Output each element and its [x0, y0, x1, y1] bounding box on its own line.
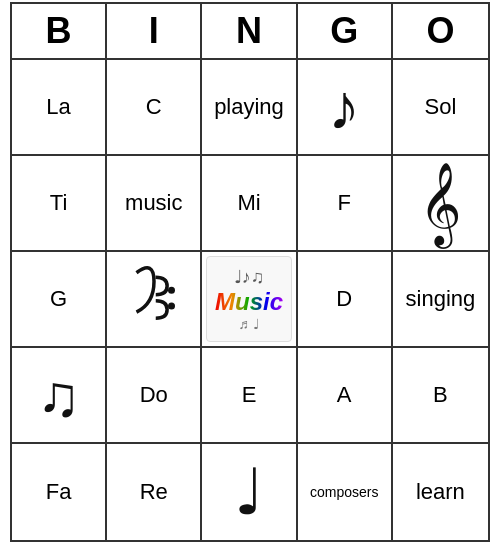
cell-text: composers [310, 484, 378, 500]
cell-1-1: music [107, 156, 202, 252]
cell-3-4: B [393, 348, 488, 444]
cell-text: Mi [237, 190, 260, 216]
cell-0-1: C [107, 60, 202, 156]
cell-text: Ti [50, 190, 68, 216]
music-text: Music [215, 288, 283, 316]
cell-1-2: Mi [202, 156, 297, 252]
cell-text: music [125, 190, 182, 216]
cell-3-0: ♫ [12, 348, 107, 444]
cell-text: B [433, 382, 448, 408]
cell-1-0: Ti [12, 156, 107, 252]
cell-4-3: composers [298, 444, 393, 540]
header-letter: I [107, 4, 202, 58]
cell-4-0: Fa [12, 444, 107, 540]
cell-text: Do [140, 382, 168, 408]
header-letter: N [202, 4, 297, 58]
cell-text: Re [140, 479, 168, 505]
beamed-notes-icon: ♫ [37, 362, 81, 429]
cell-0-3: ♪ [298, 60, 393, 156]
cell-text: singing [406, 286, 476, 312]
cell-2-1 [107, 252, 202, 348]
bingo-card: BINGO LaCplaying♪SolTimusicMiF𝄞G♩♪♫Music… [10, 2, 490, 542]
bingo-grid: LaCplaying♪SolTimusicMiF𝄞G♩♪♫Music♬ ♩Dsi… [12, 60, 488, 540]
cell-text: Fa [46, 479, 72, 505]
cell-4-2: ♩ [202, 444, 297, 540]
treble-clef-icon: 𝄞 [419, 167, 462, 239]
cell-4-4: learn [393, 444, 488, 540]
cell-2-0: G [12, 252, 107, 348]
cell-2-3: D [298, 252, 393, 348]
cell-text: La [46, 94, 70, 120]
cell-2-4: singing [393, 252, 488, 348]
header-letter: B [12, 4, 107, 58]
cell-text: E [242, 382, 257, 408]
cell-text: D [336, 286, 352, 312]
cell-4-1: Re [107, 444, 202, 540]
eighth-note-icon: ♪ [328, 70, 360, 144]
bingo-header: BINGO [12, 4, 488, 60]
cell-text: Sol [424, 94, 456, 120]
cell-2-2: ♩♪♫Music♬ ♩ [202, 252, 297, 348]
cell-3-1: Do [107, 348, 202, 444]
cell-0-0: La [12, 60, 107, 156]
header-letter: O [393, 4, 488, 58]
cell-3-3: A [298, 348, 393, 444]
svg-point-0 [168, 287, 175, 294]
cell-text: learn [416, 479, 465, 505]
cell-1-4: 𝄞 [393, 156, 488, 252]
cell-text: G [50, 286, 67, 312]
cell-0-2: playing [202, 60, 297, 156]
cell-text: playing [214, 94, 284, 120]
svg-point-1 [168, 303, 175, 310]
cell-text: C [146, 94, 162, 120]
cell-0-4: Sol [393, 60, 488, 156]
header-letter: G [298, 4, 393, 58]
cell-1-3: F [298, 156, 393, 252]
music-image: ♩♪♫Music♬ ♩ [206, 256, 291, 342]
quarter-note-icon: ♩ [234, 455, 264, 529]
cell-text: A [337, 382, 352, 408]
bass-clef-icon [124, 264, 184, 334]
cell-text: F [337, 190, 350, 216]
cell-3-2: E [202, 348, 297, 444]
